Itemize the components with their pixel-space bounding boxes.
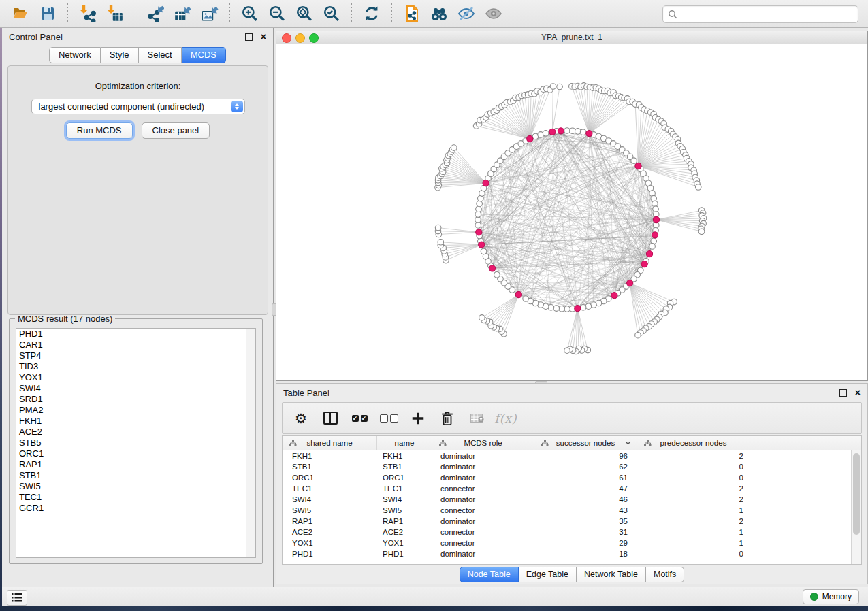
network-node[interactable] — [698, 229, 705, 235]
network-node[interactable] — [580, 305, 586, 311]
mcds-result-item[interactable]: ORC1 — [16, 448, 255, 459]
hide-table-button[interactable] — [468, 409, 485, 428]
table-row[interactable]: RAP1RAP1dominator352 — [283, 516, 861, 527]
mcds-hub-node[interactable] — [515, 291, 521, 297]
mcds-hub-node[interactable] — [635, 163, 641, 169]
table-row[interactable]: TEC1TEC1connector472 — [283, 483, 861, 494]
window-close-button[interactable] — [282, 33, 291, 43]
tab-network-table[interactable]: Network Table — [577, 567, 646, 582]
network-node[interactable] — [435, 225, 441, 231]
table-row[interactable]: YOX1YOX1connector291 — [283, 538, 861, 548]
network-node[interactable] — [559, 306, 565, 312]
network-node[interactable] — [557, 84, 563, 90]
mcds-result-item[interactable]: STB5 — [16, 437, 255, 448]
select-all-button[interactable]: ✓✓ — [351, 409, 368, 428]
network-node[interactable] — [631, 158, 637, 164]
table-row[interactable]: FKH1FKH1dominator962 — [283, 450, 861, 461]
export-table-button[interactable] — [169, 2, 196, 25]
mcds-hub-node[interactable] — [558, 128, 564, 134]
mcds-hub-node[interactable] — [527, 135, 533, 142]
mcds-result-item[interactable]: FKH1 — [16, 416, 255, 427]
table-row[interactable]: SWI4SWI4dominator462 — [283, 494, 861, 505]
window-zoom-button[interactable] — [309, 33, 319, 43]
mcds-hub-node[interactable] — [575, 306, 581, 312]
hide-selected-button[interactable] — [453, 2, 480, 25]
network-node[interactable] — [564, 128, 570, 134]
network-node[interactable] — [575, 129, 581, 135]
task-list-button[interactable] — [7, 590, 27, 606]
network-node[interactable] — [653, 206, 659, 212]
network-node[interactable] — [475, 217, 481, 223]
tab-motifs[interactable]: Motifs — [646, 567, 684, 582]
memory-button[interactable]: Memory — [803, 589, 859, 604]
network-node[interactable] — [553, 306, 560, 312]
column-header-shared-name[interactable]: shared name — [283, 436, 377, 450]
mcds-result-item[interactable]: TID3 — [16, 361, 255, 372]
mcds-result-item[interactable]: PHD1 — [16, 329, 255, 340]
tab-node-table[interactable]: Node Table — [460, 567, 519, 582]
mcds-hub-node[interactable] — [611, 292, 617, 298]
column-header-name[interactable]: name — [377, 436, 432, 450]
network-node[interactable] — [649, 244, 656, 250]
table-row[interactable]: SWI5SWI5connector431 — [283, 505, 861, 516]
mcds-hub-node[interactable] — [549, 129, 556, 135]
open-file-button[interactable] — [7, 2, 34, 25]
delete-row-button[interactable] — [438, 409, 456, 428]
mcds-result-item[interactable]: ACE2 — [16, 427, 255, 437]
network-node[interactable] — [481, 248, 487, 254]
close-table-panel-icon[interactable]: × — [855, 390, 861, 396]
network-node[interactable] — [635, 332, 641, 338]
clone-network-button[interactable] — [398, 2, 425, 25]
network-node[interactable] — [476, 206, 482, 212]
import-table-button[interactable] — [101, 2, 129, 25]
network-node[interactable] — [438, 239, 444, 245]
mcds-hub-node[interactable] — [646, 251, 652, 257]
window-minimize-button[interactable] — [295, 33, 305, 43]
float-table-panel-icon[interactable] — [839, 389, 847, 397]
function-builder-button[interactable]: f(x) — [497, 409, 515, 428]
mcds-hub-node[interactable] — [653, 216, 659, 222]
export-image-button[interactable] — [196, 2, 223, 25]
zoom-fit-button[interactable] — [291, 2, 318, 25]
mcds-list-scrollbar[interactable] — [246, 329, 255, 557]
refresh-layout-button[interactable] — [358, 2, 385, 25]
mcds-result-item[interactable]: RAP1 — [16, 459, 255, 470]
close-panel-button[interactable]: Close panel — [142, 122, 210, 139]
mcds-hub-node[interactable] — [652, 232, 658, 238]
search-input[interactable] — [680, 7, 858, 21]
mcds-result-item[interactable]: SRD1 — [16, 394, 255, 405]
network-node[interactable] — [652, 201, 658, 207]
column-header-predecessor-nodes[interactable]: predecessor nodes — [637, 436, 750, 450]
deselect-all-button[interactable] — [380, 409, 398, 428]
network-node[interactable] — [651, 195, 657, 201]
export-network-button[interactable] — [142, 2, 169, 25]
mcds-hub-node[interactable] — [483, 180, 489, 186]
network-node[interactable] — [477, 201, 483, 207]
column-header-MCDS-role[interactable]: MCDS role — [432, 436, 534, 450]
mcds-result-item[interactable]: PMA2 — [16, 405, 255, 416]
network-node[interactable] — [479, 315, 485, 321]
run-mcds-button[interactable]: Run MCDS — [66, 122, 133, 139]
mcds-result-item[interactable]: STP4 — [16, 350, 255, 361]
close-panel-icon[interactable]: × — [261, 34, 266, 40]
network-node[interactable] — [580, 129, 586, 135]
mcds-result-item[interactable]: YOX1 — [16, 372, 255, 383]
search-box[interactable] — [662, 5, 858, 23]
tab-edge-table[interactable]: Edge Table — [519, 567, 577, 582]
mcds-hub-node[interactable] — [489, 265, 496, 271]
gear-button[interactable]: ⚙ — [292, 409, 310, 428]
mcds-hub-node[interactable] — [627, 280, 633, 286]
zoom-in-button[interactable] — [236, 2, 263, 25]
network-node[interactable] — [550, 84, 556, 90]
mcds-result-item[interactable]: TEC1 — [16, 492, 255, 503]
network-node[interactable] — [523, 296, 529, 302]
mcds-hub-node[interactable] — [641, 261, 647, 267]
network-canvas[interactable] — [276, 44, 867, 380]
mcds-result-item[interactable]: SWI4 — [16, 383, 255, 394]
mcds-result-list[interactable]: PHD1CAR1STP4TID3YOX1SWI4SRD1PMA2FKH1ACE2… — [16, 328, 256, 558]
mcds-result-item[interactable]: STB1 — [16, 470, 255, 481]
table-row[interactable]: ORC1ORC1dominator610 — [283, 472, 861, 483]
split-view-button[interactable] — [321, 409, 339, 428]
mcds-result-item[interactable]: CAR1 — [16, 340, 255, 350]
network-node[interactable] — [543, 131, 549, 137]
